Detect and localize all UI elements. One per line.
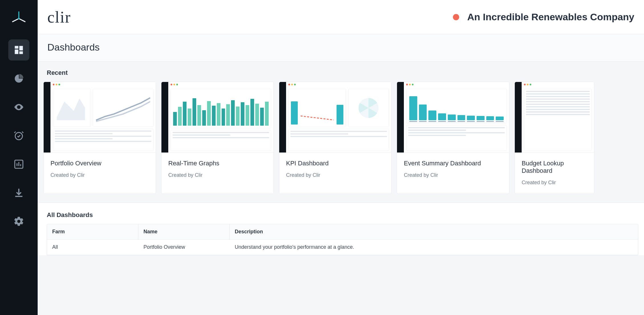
bar-chart-icon [13,159,24,170]
dashboard-thumbnail [161,82,274,153]
download-icon [13,187,24,198]
organization-selector[interactable]: An Incredible Renewables Company [453,11,634,23]
svg-marker-13 [57,99,85,120]
gear-icon [13,216,24,227]
main: clir An Incredible Renewables Company Da… [38,0,644,315]
sidebar-item-monitor[interactable] [8,97,29,118]
column-farm[interactable]: Farm [47,224,138,239]
recent-title: Recent [43,69,638,77]
table-row[interactable]: All Portfolio Overview Understand your p… [47,240,638,255]
dashboard-card[interactable]: Portfolio Overview Created by Clir [43,82,156,194]
dashboard-card[interactable]: Budget Lookup Dashboard Created by Clir [515,82,594,194]
card-title: Portfolio Overview [50,160,149,167]
cell-name: Portfolio Overview [138,240,230,255]
sidebar-item-alarms[interactable] [8,125,29,146]
dashboards-table: Farm Name Description All Portfolio Over… [47,224,638,255]
alarm-check-icon [13,130,24,141]
svg-line-2 [13,19,19,22]
all-dashboards-title: All Dashboards [43,211,638,219]
dashboard-card[interactable]: Real-Time Graphs Created by Clir [161,82,274,194]
recent-section: Recent [38,62,644,202]
dashboard-thumbnail [515,82,594,153]
svg-rect-6 [15,49,19,54]
header: clir An Incredible Renewables Company [38,0,644,34]
table-header: Farm Name Description [47,224,638,240]
card-meta: Created by Clir [404,172,502,178]
status-dot [453,14,459,20]
card-title: Budget Lookup Dashboard [522,160,587,174]
card-meta: Created by Clir [168,172,267,178]
sidebar-item-dashboards[interactable] [8,39,29,61]
sidebar-item-analytics[interactable] [8,68,29,89]
recent-cards: Portfolio Overview Created by Clir [43,82,638,194]
card-title: Event Summary Dashboard [404,160,502,167]
cell-description: Understand your portfolio's performance … [230,240,638,255]
page-title: Dashboards [47,42,634,53]
card-meta: Created by Clir [522,180,587,186]
svg-rect-4 [15,46,19,49]
app-logo [8,8,29,29]
card-meta: Created by Clir [50,172,149,178]
organization-name: An Incredible Renewables Company [467,11,634,23]
grid-icon [13,45,24,55]
column-name[interactable]: Name [138,224,230,239]
dashboard-thumbnail [279,82,391,153]
sidebar-item-reports[interactable] [8,154,29,175]
card-title: KPI Dashboard [286,160,384,167]
page-title-bar: Dashboards [38,34,644,62]
sidebar-item-downloads[interactable] [8,182,29,203]
column-description[interactable]: Description [230,224,638,239]
svg-rect-7 [19,51,23,54]
svg-rect-5 [19,46,23,51]
card-title: Real-Time Graphs [168,160,267,167]
dashboard-card[interactable]: Event Summary Dashboard Created by Clir [397,82,509,194]
dashboard-thumbnail [44,82,156,153]
sidebar [0,0,38,315]
svg-line-14 [301,116,334,120]
brand-text: clir [47,8,71,26]
dashboard-card[interactable]: KPI Dashboard Created by Clir [279,82,392,194]
sidebar-item-settings[interactable] [8,211,29,232]
svg-point-3 [18,18,20,19]
card-meta: Created by Clir [286,172,384,178]
svg-line-1 [19,19,25,22]
dashboard-thumbnail [397,82,509,153]
donut-icon [13,73,24,84]
all-dashboards-section: All Dashboards Farm Name Description All… [38,202,644,255]
eye-icon [13,102,24,113]
cell-farm: All [47,240,138,255]
